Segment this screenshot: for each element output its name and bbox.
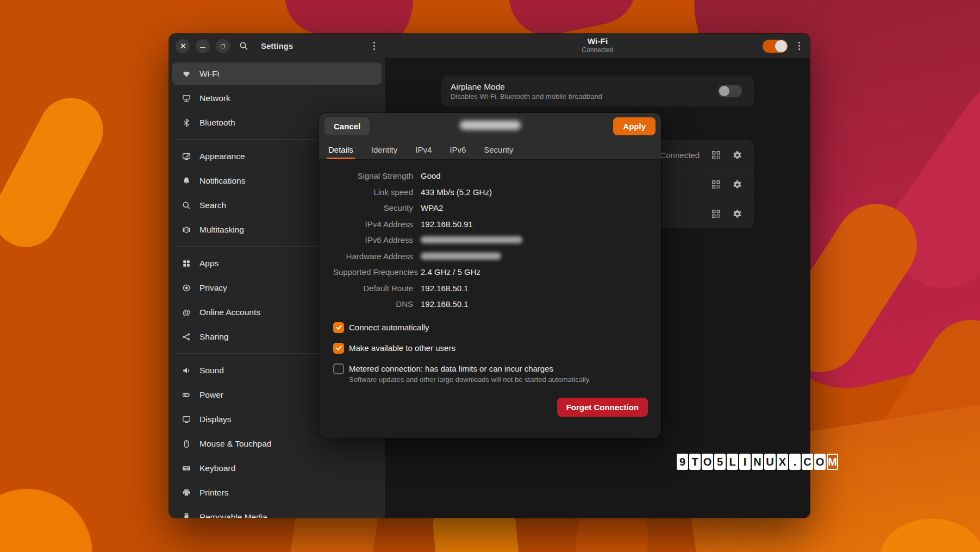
kebab-icon — [798, 42, 800, 43]
metered-connection-row[interactable]: Metered connection: has data limits or c… — [333, 363, 648, 384]
wallpaper-blob — [0, 489, 92, 552]
app-grid-icon — [182, 259, 191, 268]
checkbox-checked[interactable] — [333, 343, 344, 354]
kebab-icon — [373, 42, 375, 43]
metered-subtitle: Software updates and other large downloa… — [349, 375, 591, 384]
checkmark-icon — [335, 324, 342, 331]
detail-value: 192.168.50.91 — [421, 219, 648, 229]
tab-ipv4[interactable]: IPv4 — [414, 140, 433, 159]
maximize-icon — [221, 44, 225, 48]
battery-icon — [182, 391, 191, 399]
maximize-button[interactable] — [216, 39, 230, 53]
detail-value: Good — [421, 171, 648, 180]
tab-security[interactable]: Security — [482, 140, 515, 159]
detail-value: 192.168.50.1 — [421, 299, 648, 309]
connection-status: Connected — [385, 46, 810, 54]
forget-connection-button[interactable]: Forget Connection — [557, 398, 648, 417]
connection-details-dialog: Cancel Apply Details Identity IPv4 IPv6 … — [319, 113, 661, 438]
tab-identity[interactable]: Identity — [370, 140, 399, 159]
main-headerbar: Wi-Fi Connected — [385, 34, 810, 58]
connection-details-grid: Signal Strength Good Link speed 433 Mb/s… — [333, 171, 648, 309]
multitasking-icon — [182, 225, 191, 234]
sidebar-item-wifi[interactable]: Wi-Fi — [172, 62, 382, 85]
detail-value: 192.168.50.1 — [421, 284, 648, 293]
sidebar-menu-button[interactable] — [370, 39, 378, 53]
qr-code-icon[interactable] — [711, 209, 721, 218]
redacted-value — [421, 236, 522, 243]
checkmark-icon — [335, 344, 342, 352]
gear-icon[interactable] — [733, 150, 742, 160]
watermark-tile: L — [727, 454, 738, 470]
watermark-tile: . — [789, 454, 801, 470]
qr-code-icon[interactable] — [711, 180, 721, 189]
tab-details[interactable]: Details — [327, 140, 355, 159]
bell-icon — [182, 177, 191, 185]
airplane-mode-toggle[interactable] — [718, 85, 742, 97]
watermark-tile: T — [689, 454, 701, 470]
dialog-tabs: Details Identity IPv4 IPv6 Security — [319, 140, 661, 160]
sidebar-item-removable-media[interactable]: Removable Media — [172, 506, 382, 518]
sidebar-item-printers[interactable]: Printers — [172, 481, 382, 504]
search-icon — [239, 41, 248, 51]
detail-label: Hardware Address — [333, 252, 413, 261]
redacted-value — [421, 253, 501, 260]
apply-button[interactable]: Apply — [613, 117, 656, 135]
watermark-tile: U — [764, 454, 776, 470]
qr-code-icon[interactable] — [711, 150, 721, 160]
detail-label: Default Route — [333, 284, 413, 293]
network-icon — [182, 94, 191, 103]
detail-label: IPv6 Address — [333, 235, 413, 244]
watermark-tile: O — [702, 454, 713, 470]
detail-label: Supported Frequencies — [333, 267, 413, 277]
detail-label: IPv4 Address — [333, 219, 413, 229]
printer-icon — [182, 488, 191, 497]
gear-icon[interactable] — [733, 180, 742, 189]
watermark-tile: C — [802, 454, 813, 470]
checkbox-checked[interactable] — [333, 322, 344, 333]
gear-icon[interactable] — [733, 209, 742, 218]
detail-label: DNS — [333, 299, 413, 309]
watermark-tile: I — [739, 454, 751, 470]
sidebar-item-keyboard[interactable]: Keyboard — [172, 457, 382, 479]
watermark-tile: O — [814, 454, 826, 470]
sidebar-item-network[interactable]: Network — [172, 87, 382, 109]
tab-ipv6[interactable]: IPv6 — [448, 140, 467, 159]
close-button[interactable] — [176, 39, 190, 53]
close-icon — [180, 43, 186, 49]
dialog-checkboxes: Connect automatically Make available to … — [333, 322, 648, 384]
detail-value: 2.4 GHz / 5 GHz — [421, 267, 648, 277]
toggle-knob — [719, 86, 729, 96]
wifi-toggle[interactable] — [763, 40, 788, 53]
detail-value: 433 Mb/s (5.2 GHz) — [421, 187, 648, 197]
watermark-tile: 9 — [677, 454, 688, 470]
minimize-button[interactable] — [196, 39, 210, 53]
cancel-button[interactable]: Cancel — [324, 117, 370, 135]
detail-label: Signal Strength — [333, 171, 413, 180]
detail-value: WPA2 — [421, 203, 648, 212]
minimize-icon — [200, 47, 205, 48]
watermark-tile: 5 — [714, 454, 726, 470]
wifi-icon — [182, 70, 191, 78]
watermark-tile: X — [777, 454, 788, 470]
search-button[interactable] — [239, 41, 248, 51]
mouse-icon — [182, 440, 191, 448]
dialog-headerbar: Cancel Apply — [319, 113, 661, 140]
speaker-icon — [182, 366, 191, 375]
magnifier-icon — [182, 201, 191, 210]
toggle-knob — [775, 40, 787, 52]
connect-automatically-row[interactable]: Connect automatically — [333, 322, 648, 333]
sidebar-headerbar: Settings — [169, 34, 385, 58]
checkbox-unchecked[interactable] — [333, 363, 344, 374]
dialog-body: Signal Strength Good Link speed 433 Mb/s… — [319, 160, 661, 417]
make-available-row[interactable]: Make available to other users — [333, 342, 648, 354]
usb-drive-icon — [182, 513, 191, 518]
wallpaper-blob — [0, 87, 114, 259]
wifi-menu-button[interactable] — [795, 39, 803, 53]
share-icon — [182, 333, 191, 341]
privacy-icon — [182, 284, 191, 292]
monitor-icon — [182, 415, 191, 424]
detail-label: Link speed — [333, 187, 413, 197]
keyboard-icon — [182, 464, 191, 473]
appearance-icon — [182, 152, 191, 161]
network-status: Connected — [660, 150, 700, 160]
